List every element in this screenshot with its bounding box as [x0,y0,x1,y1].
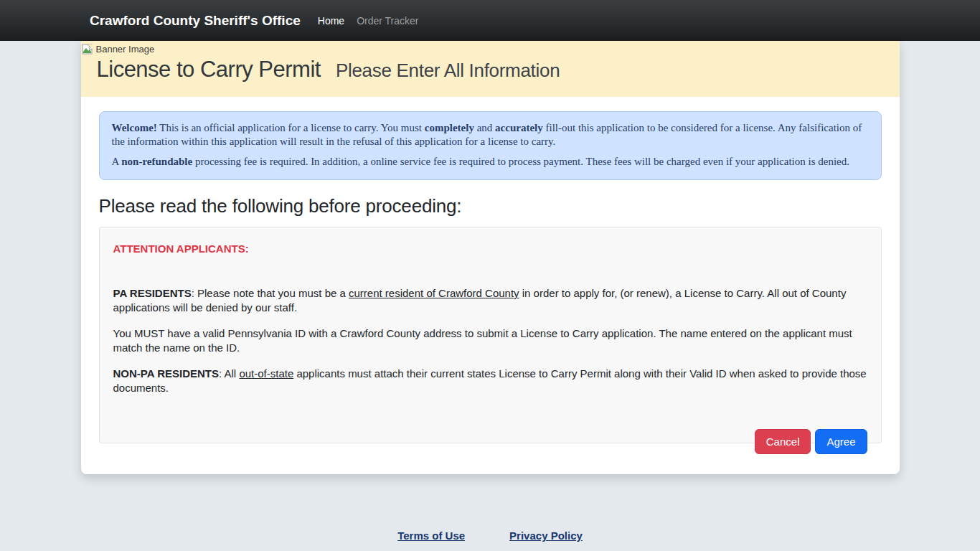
page-subtitle: Please Enter All Information [336,60,560,82]
non-pa-residents-text: : All [219,367,239,380]
footer: Terms of Use Privacy Policy [0,529,980,542]
action-buttons-row: Cancel Agree [99,429,882,454]
page-title: License to Carry Permit [97,57,321,83]
terms-of-use-link[interactable]: Terms of Use [397,529,465,542]
agree-button[interactable]: Agree [815,429,867,454]
banner-heading: License to Carry Permit Please Enter All… [82,57,900,83]
completely-bold: completely [425,122,474,133]
attention-applicants-title: ATTENTION APPLICANTS: [113,242,867,256]
cancel-button[interactable]: Cancel [755,429,811,454]
main-card: Banner Image License to Carry Permit Ple… [81,41,900,474]
welcome-alert: Welcome! This is an official application… [99,111,882,180]
pa-residents-text: : Please note that you must be a [192,287,349,299]
attention-box: ATTENTION APPLICANTS: PA RESIDENTS: Plea… [99,227,882,443]
accurately-bold: accurately [495,122,543,133]
welcome-text: This is an official application for a li… [157,122,425,133]
navbar-brand[interactable]: Crawford County Sheriff's Office [90,13,301,29]
fee-text: A [112,156,122,167]
top-navbar: Crawford County Sheriff's Office Home Or… [0,0,980,41]
non-pa-residents-paragraph: NON-PA RESIDENTS: All out-of-state appli… [113,367,867,395]
crawford-county-resident-underline: current resident of Crawford County [349,287,519,299]
out-of-state-underline: out-of-state [239,367,293,380]
nav-link-home[interactable]: Home [318,15,344,27]
pa-residents-bold: PA RESIDENTS [113,287,192,299]
non-refundable-bold: non-refundable [121,156,192,167]
privacy-policy-link[interactable]: Privacy Policy [509,529,583,542]
broken-image-icon [82,44,94,55]
non-pa-residents-bold: NON-PA RESIDENTS [113,367,220,380]
welcome-paragraph-1: Welcome! This is an official application… [112,121,869,149]
pennsylvania-id-paragraph: You MUST have a valid Pennsylvania ID wi… [113,326,867,355]
welcome-bold: Welcome! [112,122,157,133]
banner-section: Banner Image License to Carry Permit Ple… [81,41,900,97]
broken-image-alt-text: Banner Image [96,44,155,55]
welcome-text: and [474,122,495,133]
read-before-proceeding-heading: Please read the following before proceed… [99,195,882,217]
welcome-paragraph-2: A non-refundable processing fee is requi… [112,155,869,169]
fee-text: processing fee is required. In addition,… [192,156,849,167]
card-content: Welcome! This is an official application… [81,111,900,454]
nav-link-order-tracker[interactable]: Order Tracker [357,15,418,27]
broken-banner-image: Banner Image [82,44,900,55]
pa-residents-paragraph: PA RESIDENTS: Please note that you must … [113,286,867,315]
